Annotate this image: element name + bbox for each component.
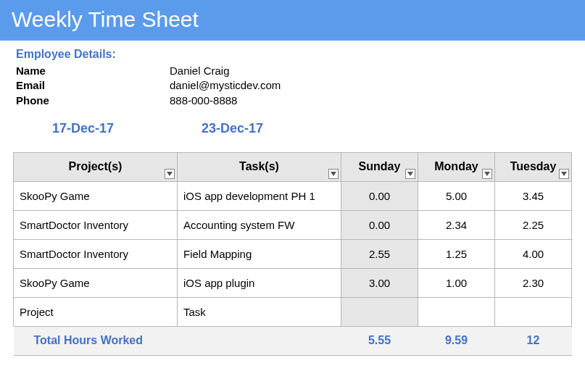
page-title: Weekly Time Sheet (0, 0, 585, 41)
svg-marker-3 (484, 172, 490, 176)
cell-monday[interactable]: 1.25 (418, 239, 495, 268)
cell-sunday[interactable]: 3.00 (341, 268, 418, 297)
table-row: SkooPy Game iOS app development PH 1 0.0… (14, 181, 572, 210)
cell-tuesday[interactable] (495, 297, 572, 326)
totals-monday: 9.59 (418, 326, 495, 355)
employee-phone-label: Phone (16, 93, 170, 108)
cell-sunday[interactable]: 0.00 (341, 181, 418, 210)
cell-project[interactable]: SmartDoctor Inventory (14, 210, 178, 239)
cell-project[interactable]: SmartDoctor Inventory (14, 239, 178, 268)
cell-monday[interactable]: 5.00 (418, 181, 495, 210)
svg-marker-0 (167, 172, 173, 176)
cell-task[interactable]: iOS app plugin (178, 268, 341, 297)
cell-monday[interactable]: 2.34 (418, 210, 495, 239)
table-row: Project Task (14, 297, 572, 326)
cell-task[interactable]: Field Mapping (178, 239, 341, 268)
svg-marker-4 (561, 172, 567, 176)
timesheet-table: Project(s) Task(s) Sunday Monday Tuesday (13, 152, 572, 356)
table-row: SmartDoctor Inventory Accounting system … (14, 210, 572, 239)
cell-project[interactable]: Project (14, 297, 178, 326)
cell-project[interactable]: SkooPy Game (14, 268, 178, 297)
employee-details: Employee Details: Name Daniel Craig Emai… (13, 48, 572, 152)
col-header-project: Project(s) (14, 152, 178, 181)
date-range: 17-Dec-17 23-Dec-17 (16, 121, 569, 136)
cell-monday[interactable]: 1.00 (418, 268, 495, 297)
col-header-monday-label: Monday (434, 160, 478, 172)
svg-marker-1 (331, 172, 336, 176)
col-header-sunday: Sunday (341, 152, 418, 181)
employee-email-label: Email (16, 78, 170, 93)
date-end: 23-Dec-17 (181, 121, 263, 136)
filter-icon[interactable] (482, 169, 492, 179)
table-row: SkooPy Game iOS app plugin 3.00 1.00 2.3… (14, 268, 572, 297)
cell-sunday[interactable]: 2.55 (341, 239, 418, 268)
filter-icon[interactable] (165, 169, 175, 179)
col-header-task-label: Task(s) (239, 160, 279, 172)
table-row: SmartDoctor Inventory Field Mapping 2.55… (14, 239, 572, 268)
cell-sunday[interactable] (341, 297, 418, 326)
cell-sunday[interactable]: 0.00 (341, 210, 418, 239)
employee-name-label: Name (16, 64, 170, 78)
totals-row: Total Hours Worked 5.55 9.59 12 (14, 326, 572, 355)
totals-label: Total Hours Worked (14, 326, 341, 355)
filter-icon[interactable] (405, 169, 415, 179)
cell-tuesday[interactable]: 3.45 (495, 181, 572, 210)
cell-task[interactable]: Task (178, 297, 341, 326)
cell-tuesday[interactable]: 2.25 (495, 210, 572, 239)
cell-tuesday[interactable]: 2.30 (495, 268, 572, 297)
filter-icon[interactable] (559, 169, 569, 179)
employee-email-value: daniel@mysticdev.com (170, 78, 281, 93)
col-header-tuesday: Tuesday (495, 152, 572, 181)
col-header-tuesday-label: Tuesday (510, 160, 557, 172)
date-start: 17-Dec-17 (16, 121, 181, 136)
col-header-project-label: Project(s) (69, 160, 123, 172)
cell-project[interactable]: SkooPy Game (14, 181, 178, 210)
cell-task[interactable]: Accounting system FW (178, 210, 341, 239)
filter-icon[interactable] (328, 169, 339, 179)
cell-tuesday[interactable]: 4.00 (495, 239, 572, 268)
totals-sunday: 5.55 (341, 326, 418, 355)
employee-heading: Employee Details: (16, 48, 569, 61)
col-header-task: Task(s) (178, 152, 341, 181)
col-header-sunday-label: Sunday (359, 160, 401, 172)
employee-name-value: Daniel Craig (170, 64, 230, 78)
totals-tuesday: 12 (495, 326, 572, 355)
employee-phone-value: 888-000-8888 (170, 93, 237, 108)
svg-marker-2 (407, 172, 413, 176)
col-header-monday: Monday (418, 152, 495, 181)
cell-monday[interactable] (418, 297, 495, 326)
cell-task[interactable]: iOS app development PH 1 (178, 181, 341, 210)
table-header-row: Project(s) Task(s) Sunday Monday Tuesday (14, 152, 572, 181)
